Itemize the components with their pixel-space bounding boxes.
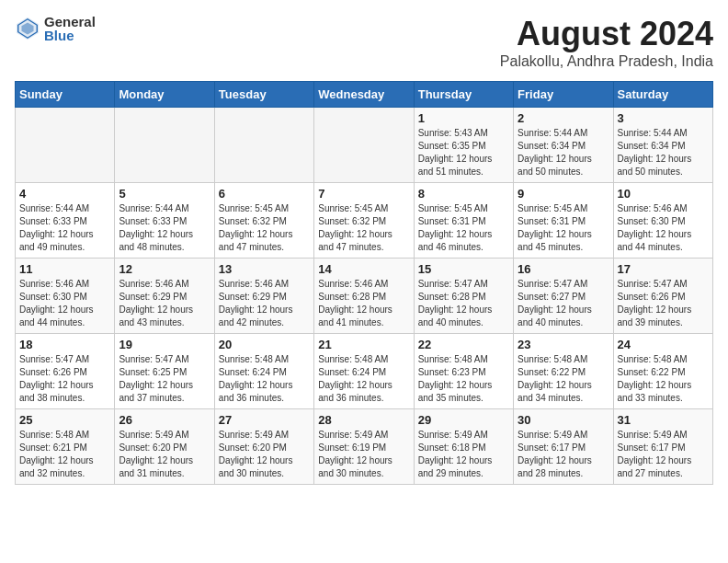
day-number: 20 [219, 338, 310, 351]
day-cell: 8Sunrise: 5:45 AM Sunset: 6:31 PM Daylig… [414, 183, 513, 259]
day-cell: 15Sunrise: 5:47 AM Sunset: 6:28 PM Dayli… [414, 259, 513, 334]
day-info: Sunrise: 5:48 AM Sunset: 6:22 PM Dayligh… [618, 353, 709, 405]
day-info: Sunrise: 5:48 AM Sunset: 6:22 PM Dayligh… [518, 353, 609, 405]
day-cell [314, 108, 414, 183]
day-cell: 18Sunrise: 5:47 AM Sunset: 6:26 PM Dayli… [16, 334, 115, 409]
day-info: Sunrise: 5:47 AM Sunset: 6:26 PM Dayligh… [19, 353, 110, 405]
day-number: 7 [318, 187, 409, 201]
day-info: Sunrise: 5:48 AM Sunset: 6:24 PM Dayligh… [318, 353, 409, 405]
day-number: 19 [119, 338, 210, 351]
week-row-1: 1Sunrise: 5:43 AM Sunset: 6:35 PM Daylig… [16, 108, 713, 183]
day-number: 2 [518, 111, 609, 125]
day-number: 21 [318, 338, 409, 351]
day-info: Sunrise: 5:46 AM Sunset: 6:29 PM Dayligh… [219, 278, 310, 329]
day-number: 17 [618, 262, 709, 276]
day-cell: 22Sunrise: 5:48 AM Sunset: 6:23 PM Dayli… [414, 334, 513, 409]
day-cell: 31Sunrise: 5:49 AM Sunset: 6:17 PM Dayli… [613, 409, 712, 485]
day-cell: 7Sunrise: 5:45 AM Sunset: 6:32 PM Daylig… [314, 183, 414, 259]
day-number: 3 [618, 111, 709, 125]
logo: General Blue [15, 15, 96, 42]
weekday-header-wednesday: Wednesday [314, 82, 414, 108]
day-cell: 10Sunrise: 5:46 AM Sunset: 6:30 PM Dayli… [613, 183, 712, 259]
day-number: 24 [618, 338, 709, 351]
day-cell: 2Sunrise: 5:44 AM Sunset: 6:34 PM Daylig… [514, 108, 613, 183]
day-number: 11 [19, 262, 110, 276]
day-info: Sunrise: 5:47 AM Sunset: 6:27 PM Dayligh… [518, 278, 609, 329]
day-info: Sunrise: 5:48 AM Sunset: 6:21 PM Dayligh… [19, 429, 110, 480]
day-number: 25 [19, 413, 110, 427]
day-number: 30 [518, 413, 609, 427]
day-cell: 27Sunrise: 5:49 AM Sunset: 6:20 PM Dayli… [214, 409, 313, 485]
day-number: 14 [318, 262, 409, 276]
day-info: Sunrise: 5:49 AM Sunset: 6:19 PM Dayligh… [318, 429, 409, 480]
day-cell: 17Sunrise: 5:47 AM Sunset: 6:26 PM Dayli… [613, 259, 712, 334]
day-number: 10 [618, 187, 709, 201]
day-cell: 30Sunrise: 5:49 AM Sunset: 6:17 PM Dayli… [514, 409, 613, 485]
calendar: SundayMondayTuesdayWednesdayThursdayFrid… [15, 81, 713, 485]
day-number: 31 [618, 413, 709, 427]
day-cell [16, 108, 115, 183]
day-number: 4 [19, 187, 110, 201]
day-cell: 28Sunrise: 5:49 AM Sunset: 6:19 PM Dayli… [314, 409, 414, 485]
day-number: 1 [418, 111, 509, 125]
day-cell: 4Sunrise: 5:44 AM Sunset: 6:33 PM Daylig… [16, 183, 115, 259]
weekday-header-monday: Monday [115, 82, 214, 108]
day-cell: 6Sunrise: 5:45 AM Sunset: 6:32 PM Daylig… [214, 183, 313, 259]
day-number: 15 [418, 262, 509, 276]
day-info: Sunrise: 5:46 AM Sunset: 6:30 PM Dayligh… [618, 202, 709, 254]
day-info: Sunrise: 5:46 AM Sunset: 6:30 PM Dayligh… [19, 278, 110, 329]
day-number: 12 [119, 262, 210, 276]
day-info: Sunrise: 5:43 AM Sunset: 6:35 PM Dayligh… [418, 127, 509, 178]
day-info: Sunrise: 5:47 AM Sunset: 6:25 PM Dayligh… [119, 353, 210, 405]
day-cell: 1Sunrise: 5:43 AM Sunset: 6:35 PM Daylig… [414, 108, 513, 183]
weekday-header-thursday: Thursday [414, 82, 513, 108]
day-number: 22 [418, 338, 509, 351]
day-cell: 14Sunrise: 5:46 AM Sunset: 6:28 PM Dayli… [314, 259, 414, 334]
header: General Blue August 2024 Palakollu, Andh… [15, 15, 713, 70]
day-cell: 3Sunrise: 5:44 AM Sunset: 6:34 PM Daylig… [613, 108, 712, 183]
weekday-header-saturday: Saturday [613, 82, 712, 108]
day-cell: 21Sunrise: 5:48 AM Sunset: 6:24 PM Dayli… [314, 334, 414, 409]
day-info: Sunrise: 5:49 AM Sunset: 6:18 PM Dayligh… [418, 429, 509, 480]
day-number: 6 [219, 187, 310, 201]
logo-general-text: General [44, 15, 96, 29]
day-cell: 9Sunrise: 5:45 AM Sunset: 6:31 PM Daylig… [514, 183, 613, 259]
logo-icon [15, 16, 40, 41]
day-cell: 13Sunrise: 5:46 AM Sunset: 6:29 PM Dayli… [214, 259, 313, 334]
day-cell: 19Sunrise: 5:47 AM Sunset: 6:25 PM Dayli… [115, 334, 214, 409]
day-cell: 29Sunrise: 5:49 AM Sunset: 6:18 PM Dayli… [414, 409, 513, 485]
day-info: Sunrise: 5:44 AM Sunset: 6:33 PM Dayligh… [19, 202, 110, 254]
day-cell: 25Sunrise: 5:48 AM Sunset: 6:21 PM Dayli… [16, 409, 115, 485]
day-info: Sunrise: 5:49 AM Sunset: 6:20 PM Dayligh… [119, 429, 210, 480]
subtitle: Palakollu, Andhra Pradesh, India [500, 53, 713, 70]
day-info: Sunrise: 5:48 AM Sunset: 6:23 PM Dayligh… [418, 353, 509, 405]
day-info: Sunrise: 5:46 AM Sunset: 6:29 PM Dayligh… [119, 278, 210, 329]
day-cell: 5Sunrise: 5:44 AM Sunset: 6:33 PM Daylig… [115, 183, 214, 259]
day-info: Sunrise: 5:48 AM Sunset: 6:24 PM Dayligh… [219, 353, 310, 405]
main-title: August 2024 [500, 15, 713, 53]
day-cell: 11Sunrise: 5:46 AM Sunset: 6:30 PM Dayli… [16, 259, 115, 334]
logo-text: General Blue [44, 15, 96, 42]
week-row-5: 25Sunrise: 5:48 AM Sunset: 6:21 PM Dayli… [16, 409, 713, 485]
day-info: Sunrise: 5:44 AM Sunset: 6:34 PM Dayligh… [518, 127, 609, 178]
day-info: Sunrise: 5:45 AM Sunset: 6:31 PM Dayligh… [518, 202, 609, 254]
day-info: Sunrise: 5:49 AM Sunset: 6:17 PM Dayligh… [618, 429, 709, 480]
day-number: 29 [418, 413, 509, 427]
day-info: Sunrise: 5:49 AM Sunset: 6:20 PM Dayligh… [219, 429, 310, 480]
day-cell: 23Sunrise: 5:48 AM Sunset: 6:22 PM Dayli… [514, 334, 613, 409]
day-number: 13 [219, 262, 310, 276]
day-number: 5 [119, 187, 210, 201]
week-row-3: 11Sunrise: 5:46 AM Sunset: 6:30 PM Dayli… [16, 259, 713, 334]
day-number: 28 [318, 413, 409, 427]
day-info: Sunrise: 5:44 AM Sunset: 6:33 PM Dayligh… [119, 202, 210, 254]
title-area: August 2024 Palakollu, Andhra Pradesh, I… [500, 15, 713, 70]
weekday-header-tuesday: Tuesday [214, 82, 313, 108]
weekday-header-row: SundayMondayTuesdayWednesdayThursdayFrid… [16, 82, 713, 108]
day-info: Sunrise: 5:47 AM Sunset: 6:26 PM Dayligh… [618, 278, 709, 329]
weekday-header-friday: Friday [514, 82, 613, 108]
day-cell: 16Sunrise: 5:47 AM Sunset: 6:27 PM Dayli… [514, 259, 613, 334]
day-info: Sunrise: 5:46 AM Sunset: 6:28 PM Dayligh… [318, 278, 409, 329]
day-info: Sunrise: 5:45 AM Sunset: 6:32 PM Dayligh… [318, 202, 409, 254]
day-number: 23 [518, 338, 609, 351]
day-info: Sunrise: 5:45 AM Sunset: 6:31 PM Dayligh… [418, 202, 509, 254]
